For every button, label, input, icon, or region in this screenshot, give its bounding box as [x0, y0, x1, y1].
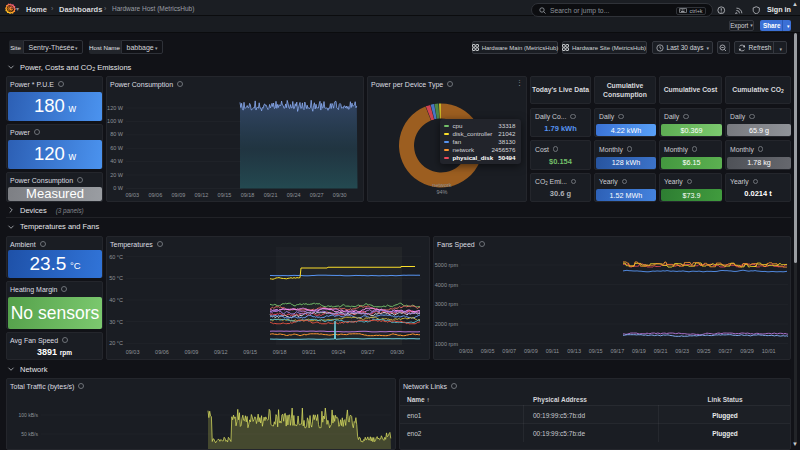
svg-text:09/15: 09/15	[243, 349, 257, 355]
svg-text:20 °C: 20 °C	[109, 340, 123, 346]
svg-text:09/18: 09/18	[273, 349, 287, 355]
svg-text:120 W: 120 W	[107, 105, 124, 111]
svg-text:09/27: 09/27	[719, 348, 733, 354]
svg-text:0 W: 0 W	[113, 185, 124, 191]
svg-text:50 kB/s: 50 kB/s	[21, 431, 38, 437]
svg-text:09/21: 09/21	[264, 192, 278, 198]
svg-text:3000 rpm: 3000 rpm	[435, 301, 459, 307]
svg-text:09/24: 09/24	[332, 349, 346, 355]
svg-text:09/27: 09/27	[361, 349, 375, 355]
svg-text:09/23: 09/23	[675, 348, 689, 354]
svg-text:09/03: 09/03	[125, 192, 139, 198]
svg-text:10/01: 10/01	[762, 348, 776, 354]
svg-text:09/05: 09/05	[481, 348, 495, 354]
svg-text:09/03: 09/03	[459, 348, 473, 354]
svg-text:20 W: 20 W	[110, 172, 124, 178]
svg-text:100 W: 100 W	[107, 118, 124, 124]
svg-text:100 kB/s: 100 kB/s	[19, 412, 39, 418]
svg-text:09/21: 09/21	[302, 349, 316, 355]
svg-text:09/15: 09/15	[218, 192, 232, 198]
svg-text:30 °C: 30 °C	[109, 319, 123, 325]
svg-text:80 W: 80 W	[110, 131, 124, 137]
svg-text:09/21: 09/21	[654, 348, 668, 354]
svg-text:09/09: 09/09	[185, 349, 199, 355]
svg-text:09/25: 09/25	[697, 348, 711, 354]
svg-text:09/15: 09/15	[589, 348, 603, 354]
svg-text:09/18: 09/18	[241, 192, 255, 198]
svg-text:09/09: 09/09	[172, 192, 186, 198]
svg-text:40 W: 40 W	[110, 158, 124, 164]
svg-text:09/27: 09/27	[310, 192, 324, 198]
svg-text:4000 rpm: 4000 rpm	[435, 282, 459, 288]
svg-text:09/13: 09/13	[567, 348, 581, 354]
svg-text:1000 rpm: 1000 rpm	[435, 341, 459, 347]
svg-text:09/07: 09/07	[502, 348, 516, 354]
svg-text:09/30: 09/30	[390, 349, 404, 355]
svg-text:09/29: 09/29	[740, 348, 754, 354]
svg-text:09/24: 09/24	[287, 192, 301, 198]
svg-text:60 W: 60 W	[110, 145, 124, 151]
svg-text:09/12: 09/12	[214, 349, 228, 355]
svg-text:40 °C: 40 °C	[109, 297, 123, 303]
svg-text:09/06: 09/06	[148, 192, 162, 198]
svg-text:50 °C: 50 °C	[109, 275, 123, 281]
svg-text:09/09: 09/09	[524, 348, 538, 354]
svg-text:09/30: 09/30	[333, 192, 347, 198]
svg-text:5000 rpm: 5000 rpm	[435, 262, 459, 268]
svg-text:94%: 94%	[436, 189, 447, 195]
svg-text:09/03: 09/03	[126, 349, 140, 355]
svg-text:09/17: 09/17	[610, 348, 624, 354]
svg-text:09/19: 09/19	[632, 348, 646, 354]
svg-text:09/06: 09/06	[155, 349, 169, 355]
svg-text:09/12: 09/12	[195, 192, 209, 198]
svg-text:2000 rpm: 2000 rpm	[435, 321, 459, 327]
svg-text:60 °C: 60 °C	[109, 254, 123, 260]
svg-text:09/11: 09/11	[546, 348, 559, 354]
svg-text:network: network	[432, 182, 452, 188]
